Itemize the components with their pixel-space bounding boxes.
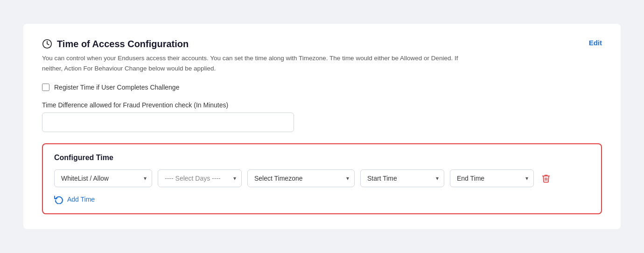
time-access-config-card: Time of Access Configuration Edit You ca… <box>23 24 621 229</box>
delete-time-button[interactable] <box>539 172 553 185</box>
add-time-button[interactable]: Add Time <box>54 195 95 204</box>
register-time-checkbox-row: Register Time if User Completes Challeng… <box>42 84 602 91</box>
end-time-select-wrapper: End Time 06:00 PM 08:00 PM 10:00 PM 11:5… <box>450 169 534 187</box>
timezone-select[interactable]: Select Timezone UTC GMT EST PST <box>247 169 355 187</box>
days-select[interactable]: ---- Select Days ---- Monday Tuesday Wed… <box>158 169 242 187</box>
timezone-select-wrapper: Select Timezone UTC GMT EST PST ▾ <box>247 169 355 187</box>
register-time-label: Register Time if User Completes Challeng… <box>54 84 179 91</box>
add-time-icon <box>54 195 63 204</box>
whitelist-select-wrapper: WhiteList / Allow BlackList / Deny ▾ <box>54 169 152 187</box>
fraud-field-group: Time Difference allowed for Fraud Preven… <box>42 101 602 143</box>
fraud-field-label: Time Difference allowed for Fraud Preven… <box>42 101 602 109</box>
configured-time-title: Configured Time <box>54 154 590 162</box>
edit-button[interactable]: Edit <box>589 39 602 47</box>
end-time-select[interactable]: End Time 06:00 PM 08:00 PM 10:00 PM 11:5… <box>450 169 534 187</box>
time-configuration-row: WhiteList / Allow BlackList / Deny ▾ ---… <box>54 169 590 187</box>
whitelist-select[interactable]: WhiteList / Allow BlackList / Deny <box>54 169 152 187</box>
card-description: You can control when your Endusers acces… <box>42 53 462 73</box>
add-time-label: Add Time <box>67 196 95 203</box>
start-time-select-wrapper: Start Time 12:00 AM 01:00 AM 06:00 AM 08… <box>360 169 444 187</box>
card-header: Time of Access Configuration Edit <box>42 39 602 49</box>
card-title-row: Time of Access Configuration <box>42 39 189 49</box>
page-title: Time of Access Configuration <box>57 39 189 49</box>
configured-time-section: Configured Time WhiteList / Allow BlackL… <box>42 143 602 214</box>
delete-icon <box>541 174 551 183</box>
days-select-wrapper: ---- Select Days ---- Monday Tuesday Wed… <box>158 169 242 187</box>
start-time-select[interactable]: Start Time 12:00 AM 01:00 AM 06:00 AM 08… <box>360 169 444 187</box>
fraud-prevention-input[interactable] <box>42 112 294 132</box>
register-time-checkbox[interactable] <box>42 84 49 91</box>
clock-icon <box>42 39 52 49</box>
